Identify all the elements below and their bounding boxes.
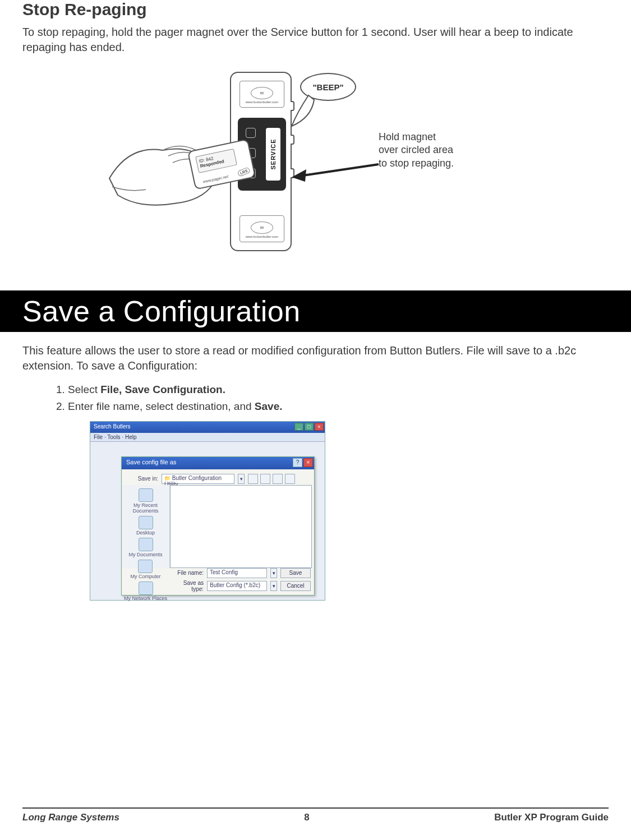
step1-bold: File, Save Configuration. (100, 384, 225, 395)
device-side-bump (291, 135, 294, 145)
mydocs-icon (139, 538, 153, 551)
minimize-icon[interactable]: _ (294, 423, 303, 431)
up-folder-icon[interactable] (260, 474, 270, 484)
place-desktop[interactable]: Desktop (136, 516, 155, 536)
svg-marker-1 (292, 169, 306, 182)
saveastype-dropdown[interactable]: Butler Config (*.b2c) (207, 581, 267, 591)
step-2: 2. Enter file name, select destination, … (56, 398, 609, 415)
folder-icon: 📁 (164, 476, 171, 481)
caption-line3: to stop repaging. (379, 157, 454, 170)
place-recent-label: My Recent Documents (122, 502, 169, 514)
dropdown-arrow-icon[interactable]: ▾ (238, 474, 245, 484)
saveastype-label: Save as type: (170, 580, 204, 592)
service-button-label: SERVICE (270, 139, 277, 169)
step1-prefix: 1. Select (56, 384, 100, 395)
place-mynet-label: My Network Places (124, 596, 167, 601)
save-button[interactable]: Save (280, 568, 311, 578)
close-icon[interactable]: × (315, 423, 324, 431)
device-bottom-label: BB www.buttonbutler.com (239, 215, 284, 242)
footer-right: Butler XP Program Guide (494, 812, 609, 823)
app-title: Search Butlers (94, 423, 131, 430)
desktop-icon (139, 516, 153, 529)
section1-body: To stop repaging, hold the pager magnet … (22, 25, 609, 55)
footer-page-number: 8 (304, 812, 309, 823)
cancel-button[interactable]: Cancel (280, 581, 311, 591)
place-mydocs[interactable]: My Documents (128, 538, 162, 557)
views-icon[interactable] (285, 474, 295, 484)
filename-label: File name: (170, 570, 204, 576)
beep-text: "BEEP" (312, 82, 343, 92)
recent-docs-icon (139, 488, 153, 502)
pager-screen: ID: 842 Responded (195, 149, 237, 173)
section2-heading: Save a Configuration (22, 294, 301, 328)
type-dropdown-icon[interactable]: ▾ (270, 581, 277, 591)
place-mycomp-label: My Computer (130, 574, 160, 579)
arrow-icon (292, 161, 381, 184)
app-menubar[interactable]: File · Tools · Help (90, 433, 325, 442)
pager-brand-badge: LRS (237, 167, 251, 177)
new-folder-icon[interactable] (273, 474, 283, 484)
filename-dropdown-icon[interactable]: ▾ (270, 568, 277, 578)
dialog-titlebar: Save config file as ? × (122, 457, 314, 469)
place-desktop-label: Desktop (136, 530, 155, 536)
places-bar: My Recent Documents Desktop My Documents… (122, 485, 170, 568)
footer-left: Long Range Systems (22, 812, 119, 823)
savein-label: Save in: (127, 476, 158, 482)
dialog-title-text: Save config file as (126, 459, 176, 465)
device-url-top: www.buttonbutler.com (246, 100, 279, 104)
back-icon[interactable] (248, 474, 258, 484)
file-list-area[interactable] (170, 485, 312, 568)
repaging-illustration: BB www.buttonbutler.com SERVICE BB www.b… (22, 66, 609, 268)
section2-body: This feature allows the user to store a … (22, 343, 609, 373)
savein-dropdown[interactable]: 📁 Butler Configuration Utility (162, 474, 234, 484)
caption-line2: over circled area (379, 144, 454, 156)
step2-bold: Save. (255, 400, 283, 412)
illustration-caption: Hold magnet over circled area to stop re… (379, 131, 454, 170)
place-mynetwork[interactable]: My Network Places (124, 581, 167, 601)
device-side-bump (291, 101, 294, 111)
service-button: SERVICE (266, 128, 280, 181)
butler-logo-icon: BB (251, 87, 273, 99)
maximize-icon[interactable]: □ (305, 423, 314, 431)
place-mydocs-label: My Documents (128, 552, 162, 557)
section1-heading: Stop Re-paging (22, 0, 609, 19)
device-url-bottom: www.buttonbutler.com (246, 235, 279, 238)
mynetwork-icon (139, 581, 153, 595)
device-button-circle (246, 128, 256, 138)
pager-url: www.pager.net (202, 174, 228, 183)
page-footer: Long Range Systems 8 Butler XP Program G… (22, 807, 609, 823)
save-as-dialog: Save config file as ? × Save in: 📁 Butle… (121, 456, 315, 596)
caption-line1: Hold magnet (379, 131, 454, 144)
device-top-label: BB www.buttonbutler.com (239, 81, 284, 108)
filename-input[interactable]: Test Config (207, 568, 267, 578)
svg-line-0 (303, 164, 379, 176)
step-1: 1. Select File, Save Configuration. (56, 381, 609, 398)
mycomputer-icon (138, 560, 153, 573)
section2-heading-bar: Save a Configuration (0, 290, 631, 332)
place-recent[interactable]: My Recent Documents (122, 488, 169, 514)
place-mycomputer[interactable]: My Computer (130, 560, 160, 579)
butler-logo-icon: BB (251, 221, 273, 234)
dialog-close-icon[interactable]: × (303, 458, 313, 467)
save-dialog-screenshot: Search Butlers _ □ × File · Tools · Help… (90, 421, 325, 601)
app-titlebar: Search Butlers _ □ × (90, 422, 325, 433)
dialog-help-icon[interactable]: ? (293, 458, 302, 467)
step2-prefix: 2. Enter file name, select destination, … (56, 400, 255, 412)
